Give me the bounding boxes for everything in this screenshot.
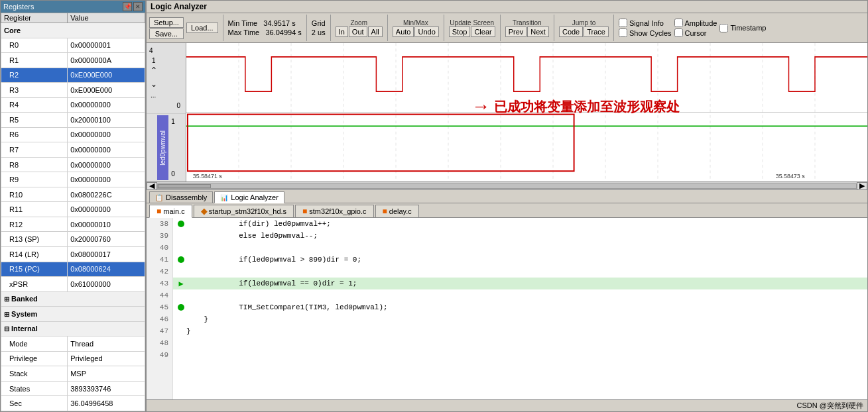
next-button[interactable]: Next — [527, 26, 549, 37]
reg-row[interactable]: R30xE000E000 — [1, 83, 145, 98]
internal-row: States3893393746 — [1, 381, 145, 396]
breakpoint-col — [176, 221, 186, 227]
line-number: 46 — [147, 313, 172, 325]
tab-disassembly[interactable]: 📋 Disassembly — [149, 191, 213, 203]
file-tab-main-c[interactable]: ■ main.c — [149, 205, 192, 218]
reg-row[interactable]: R13 (SP)0x20000760 — [1, 232, 145, 247]
amplitude-checkbox[interactable] — [674, 19, 683, 27]
waveform-scrollbar[interactable]: ◀ ▶ — [147, 182, 867, 190]
reg-row[interactable]: R120x00000010 — [1, 217, 145, 232]
line-number: 45 — [147, 301, 172, 313]
update-label: Update Screen — [450, 19, 494, 26]
auto-button[interactable]: Auto — [393, 26, 414, 37]
line-number: 47 — [147, 325, 172, 337]
trace-button[interactable]: Trace — [584, 26, 609, 37]
reg-row[interactable]: R100x0800226C — [1, 187, 145, 202]
file-tab-startup_stm32f10x_hd-s[interactable]: ◆ startup_stm32f10x_hd.s — [194, 205, 294, 217]
line-number: 38 — [147, 218, 172, 230]
code-text: if(dir) led0pwmval++; — [186, 220, 867, 228]
show-cycles-checkbox[interactable] — [619, 28, 627, 37]
zoom-out-button[interactable]: Out — [349, 26, 367, 37]
internal-row: Sec36.04996458 — [1, 396, 145, 411]
code-line: if(dir) led0pwmval++; — [173, 218, 867, 230]
clear-button[interactable]: Clear — [471, 26, 495, 37]
core-section: Core — [1, 23, 145, 38]
zoom-group: Zoom In Out All — [336, 19, 383, 37]
reg-row[interactable]: xPSR0x61000000 — [1, 277, 145, 292]
scroll-thumb[interactable] — [158, 184, 211, 188]
line-number: 42 — [147, 266, 172, 278]
file-tab-stm32f10x_gpio-c[interactable]: ■ stm32f10x_gpio.c — [295, 205, 373, 217]
undo-button[interactable]: Undo — [414, 26, 438, 37]
toolbar-sep-1 — [223, 15, 223, 41]
scroll-track[interactable] — [157, 183, 857, 189]
reg-row[interactable]: R14 (LR)0x08000017 — [1, 246, 145, 262]
file-tab-label: delay.c — [389, 207, 412, 215]
file-tab-label: main.c — [163, 207, 184, 215]
code-text: } — [186, 315, 867, 323]
breakpoint-dot — [178, 221, 184, 227]
reg-row[interactable]: R00x00000001 — [1, 38, 145, 53]
file-icon: ◆ — [201, 207, 207, 216]
cursor-checkbox[interactable] — [674, 28, 683, 37]
file-tabs: ■ main.c ◆ startup_stm32f10x_hd.s ■ stm3… — [147, 203, 867, 218]
scroll-right-btn[interactable]: ▶ — [857, 182, 867, 190]
zoom-all-button[interactable]: All — [368, 26, 383, 37]
signal-info-checkbox[interactable] — [619, 19, 627, 27]
annotation: → 已成功将变量添加至波形观察处 — [471, 96, 680, 117]
min-time-value: 34.9517 s — [263, 19, 295, 27]
svg-text:35.58471 s: 35.58471 s — [193, 173, 222, 180]
reg-row[interactable]: R110x00000000 — [1, 202, 145, 217]
code-line: TIM_SetCompare1(TIM3, led0pwmval); — [173, 301, 867, 313]
reg-row[interactable]: R10x0000000A — [1, 53, 145, 68]
scroll-left-btn[interactable]: ◀ — [147, 182, 157, 190]
toolbar-sep-7 — [554, 15, 554, 41]
reg-row[interactable]: R50x20000100 — [1, 113, 145, 128]
svg-text:35.58473 s: 35.58473 s — [776, 173, 805, 180]
reg-row[interactable]: R90x00000000 — [1, 172, 145, 187]
la-toolbar: Setup... Save... Load... Min Time 34.951… — [147, 13, 867, 43]
file-tab-delay-c[interactable]: ■ delay.c — [375, 205, 419, 217]
reg-row[interactable]: R80x00000000 — [1, 157, 145, 172]
code-line: } — [173, 325, 867, 337]
code-line — [173, 337, 867, 349]
internal-row: StackMSP — [1, 366, 145, 382]
reg-row[interactable]: R70x00000000 — [1, 142, 145, 158]
toolbar-sep-2 — [306, 15, 307, 41]
max-time-value: 36.04994 s — [265, 28, 301, 36]
line-number: 44 — [147, 289, 172, 301]
breakpoint-col: ▶ — [176, 279, 186, 289]
reg-row[interactable]: R20xE000E000 — [1, 68, 145, 83]
la-tab-label: Logic Analyzer — [231, 193, 279, 201]
waveform-labels: 4 1 ⌃ ⌄ ··· 0 — [147, 43, 186, 181]
close-icon[interactable]: ✕ — [133, 2, 143, 11]
reg-row[interactable]: R60x00000000 — [1, 127, 145, 142]
timestamp-checkbox[interactable] — [719, 24, 728, 32]
registers-table: Register Value CoreR00x00000001R10x00000… — [1, 13, 145, 411]
cursor-label: Cursor — [685, 29, 707, 37]
code-text: else led0pwmval--; — [186, 232, 867, 240]
code-text: TIM_SetCompare1(TIM3, led0pwmval); — [186, 303, 867, 311]
toolbar-sep-8 — [613, 15, 614, 41]
load-button[interactable]: Load... — [186, 23, 218, 33]
internal-row: ModeThread — [1, 336, 145, 352]
checkbox-group-3: Timestamp — [719, 24, 766, 32]
channel1-low: 0 — [172, 101, 184, 111]
reg-row[interactable]: R40x00000000 — [1, 97, 145, 113]
setup-button[interactable]: Setup... — [149, 17, 184, 28]
toolbar-sep-6 — [500, 15, 501, 41]
checkbox-group: Signal Info Show Cycles — [619, 19, 672, 37]
prev-button[interactable]: Prev — [505, 26, 527, 37]
tab-logic-analyzer[interactable]: 📊 Logic Analyzer — [214, 191, 284, 203]
show-cycles-label: Show Cycles — [629, 29, 672, 37]
stop-button[interactable]: Stop — [449, 26, 471, 37]
line-number: 41 — [147, 254, 172, 266]
zoom-in-button[interactable]: In — [336, 26, 348, 37]
timestamp-label: Timestamp — [730, 24, 766, 32]
pin-icon[interactable]: 📌 — [123, 2, 132, 11]
reg-row[interactable]: R15 (PC)0x08000624 — [1, 262, 145, 277]
save-button[interactable]: Save... — [149, 28, 184, 39]
waveform-canvas[interactable]: 35.58471 s 35.58473 s → 已成功将变量添加至波形观察处 — [186, 43, 867, 181]
registers-panel: Registers 📌 ✕ Register Value CoreR00x000… — [0, 0, 146, 412]
code-button[interactable]: Code — [559, 26, 583, 37]
